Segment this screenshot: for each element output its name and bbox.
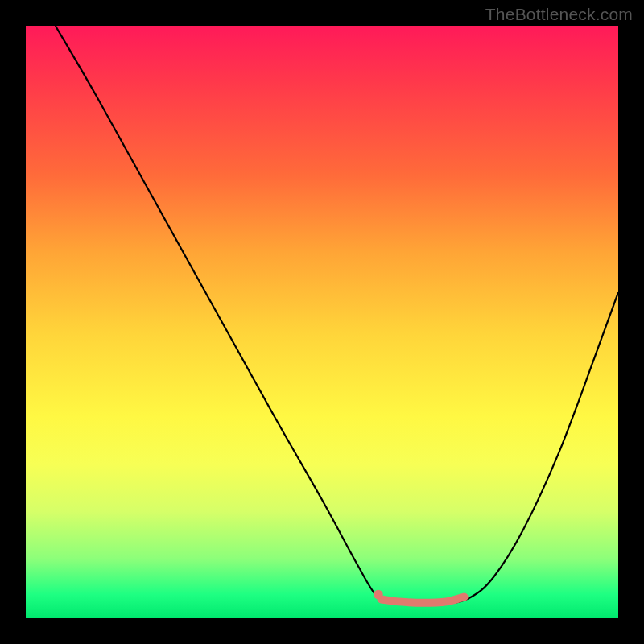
plot-area bbox=[26, 26, 618, 618]
chart-svg bbox=[26, 26, 618, 618]
bottleneck-curve bbox=[56, 26, 618, 604]
chart-container: TheBottleneck.com bbox=[0, 0, 644, 644]
optimal-range-highlight bbox=[382, 597, 464, 603]
optimal-dot bbox=[374, 590, 383, 600]
watermark-label: TheBottleneck.com bbox=[485, 5, 633, 24]
